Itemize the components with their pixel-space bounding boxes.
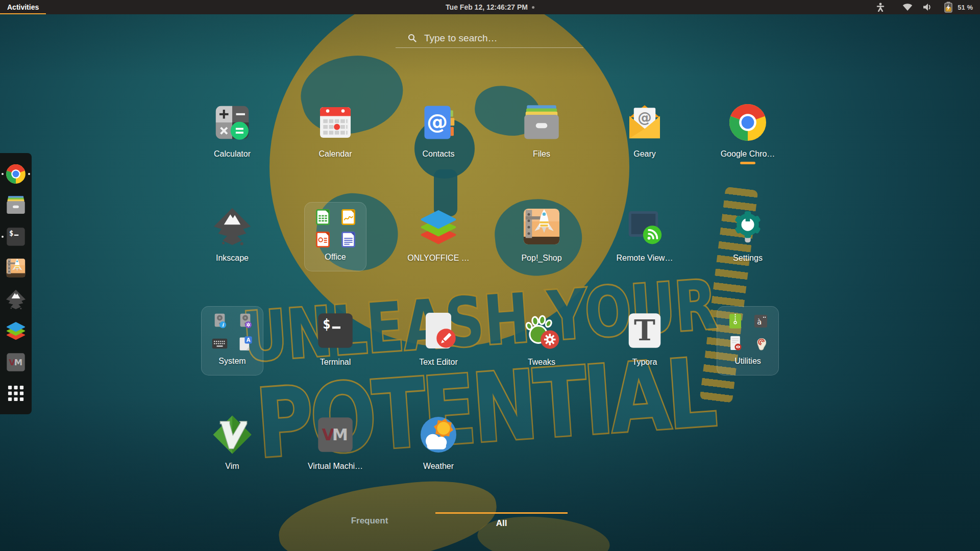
tab-all[interactable]: All xyxy=(435,512,568,529)
files-icon xyxy=(521,102,562,143)
app-pop-shop[interactable]: Pop!_Shop xyxy=(490,199,593,263)
app-grid-row-3: System Terminal Text Editor Tweaks Typor… xyxy=(181,303,799,407)
app-label: Geary xyxy=(633,149,656,159)
wifi-icon[interactable] xyxy=(902,3,913,11)
character-map-icon xyxy=(236,335,254,353)
search-bar[interactable]: Type to search… xyxy=(396,29,583,48)
geary-icon xyxy=(624,102,665,143)
app-label: Files xyxy=(533,149,550,159)
folder-box: Office xyxy=(304,202,366,271)
running-dot xyxy=(2,173,4,175)
app-vim[interactable]: Vim xyxy=(181,407,284,471)
dock-item-terminal[interactable] xyxy=(5,226,27,247)
app-geary[interactable]: Geary xyxy=(593,95,696,159)
app-label: Calculator xyxy=(214,149,251,159)
app-grid: Calculator Calendar Contacts Files Geary… xyxy=(181,95,799,511)
libreoffice-calc-icon xyxy=(314,208,332,226)
app-virtual-machine[interactable]: Virtual Machi… xyxy=(284,407,387,471)
top-bar: Activities Tue Feb 12, 12:46:27 PM xyxy=(0,0,980,14)
app-label: Weather xyxy=(423,462,454,471)
app-label: Text Editor xyxy=(419,358,458,367)
folder-system[interactable]: System xyxy=(181,303,284,375)
notification-dot xyxy=(532,6,534,9)
tab-all-label: All xyxy=(496,518,507,528)
google-chrome-icon xyxy=(5,163,27,185)
disk-utility-icon xyxy=(236,312,254,330)
app-typora[interactable]: Typora xyxy=(593,303,696,367)
dock-item-onlyoffice[interactable] xyxy=(5,320,27,341)
app-text-editor[interactable]: Text Editor xyxy=(387,303,490,367)
activities-button[interactable]: Activities xyxy=(0,0,46,14)
dock-item-google-chrome[interactable] xyxy=(5,163,27,185)
app-label: Virtual Machi… xyxy=(308,462,363,471)
folder-office[interactable]: Office xyxy=(284,199,387,271)
folder-label: Utilities xyxy=(734,357,761,366)
clock-text: Tue Feb 12, 12:46:27 PM xyxy=(446,3,528,11)
app-contacts[interactable]: Contacts xyxy=(387,95,490,159)
battery-percent: 51 % xyxy=(958,4,973,11)
app-onlyoffice[interactable]: ONLYOFFICE … xyxy=(387,199,490,263)
ear-utility-icon xyxy=(752,335,770,353)
app-label: Settings xyxy=(733,254,763,263)
pop-shop-icon xyxy=(5,257,27,279)
app-label: Google Chro… xyxy=(721,149,775,159)
typora-icon xyxy=(624,310,665,351)
app-grid-row-4: Vim Virtual Machi… Weather xyxy=(181,407,799,511)
system-status-area[interactable]: 51 % xyxy=(876,0,980,14)
app-inkscape[interactable]: Inkscape xyxy=(181,199,284,263)
files-icon xyxy=(5,194,27,216)
app-terminal[interactable]: Terminal xyxy=(284,303,387,367)
app-label: Inkscape xyxy=(216,254,249,263)
gnome-activities-overview: UNLEASH YOUR POTENTIAL Activities Tue Fe… xyxy=(0,0,980,551)
running-indicator xyxy=(740,162,755,164)
pop-shop-icon xyxy=(521,206,562,247)
dock xyxy=(0,153,32,414)
contacts-icon xyxy=(418,102,459,143)
app-tweaks[interactable]: Tweaks xyxy=(490,303,593,367)
folder-box: System xyxy=(201,306,263,375)
remote-viewer-icon xyxy=(624,206,665,247)
inkscape-icon xyxy=(5,289,27,310)
accessibility-icon[interactable] xyxy=(876,3,885,12)
dock-item-virtual-machine[interactable] xyxy=(5,352,27,373)
document-viewer-icon xyxy=(726,335,744,353)
app-remote-viewer[interactable]: Remote View… xyxy=(593,199,696,263)
show-applications-button[interactable] xyxy=(5,383,27,404)
tab-frequent[interactable]: Frequent xyxy=(318,516,421,526)
volume-icon[interactable] xyxy=(923,3,933,11)
app-calculator[interactable]: Calculator xyxy=(181,95,284,159)
app-files[interactable]: Files xyxy=(490,95,593,159)
text-editor-icon xyxy=(418,310,459,351)
character-map-dark-icon xyxy=(752,312,770,330)
app-label: ONLYOFFICE … xyxy=(407,254,470,263)
app-weather[interactable]: Weather xyxy=(387,407,490,471)
libreoffice-impress-icon xyxy=(314,231,332,248)
app-label: Terminal xyxy=(320,358,351,367)
folder-box: Utilities xyxy=(717,306,779,375)
app-label: Typora xyxy=(632,358,657,367)
folder-utilities[interactable]: Utilities xyxy=(696,303,799,375)
search-placeholder: Type to search… xyxy=(424,33,498,44)
vim-icon xyxy=(212,414,253,455)
dock-item-files[interactable] xyxy=(5,194,27,216)
app-label: Vim xyxy=(225,462,239,471)
dock-item-inkscape[interactable] xyxy=(5,289,27,310)
running-dot xyxy=(2,236,4,238)
app-grid-row-2: Inkscape Office ONLYOFFICE … xyxy=(181,199,799,303)
app-settings[interactable]: Settings xyxy=(696,199,799,263)
calculator-icon xyxy=(212,102,253,143)
app-calendar[interactable]: Calendar xyxy=(284,95,387,159)
archive-manager-icon xyxy=(726,312,744,330)
battery-icon[interactable] xyxy=(943,2,953,13)
app-label: Calendar xyxy=(319,149,352,159)
app-grid-row-1: Calculator Calendar Contacts Files Geary… xyxy=(181,95,799,199)
dock-item-pop-shop[interactable] xyxy=(5,257,27,279)
virtual-machine-icon xyxy=(315,414,356,455)
google-chrome-icon xyxy=(727,102,768,143)
settings-icon xyxy=(727,206,768,247)
app-google-chrome[interactable]: Google Chro… xyxy=(696,95,799,164)
weather-icon xyxy=(418,414,459,455)
virtual-machine-icon xyxy=(5,352,27,373)
onlyoffice-icon xyxy=(5,320,27,341)
clock-button[interactable]: Tue Feb 12, 12:46:27 PM xyxy=(446,0,534,14)
